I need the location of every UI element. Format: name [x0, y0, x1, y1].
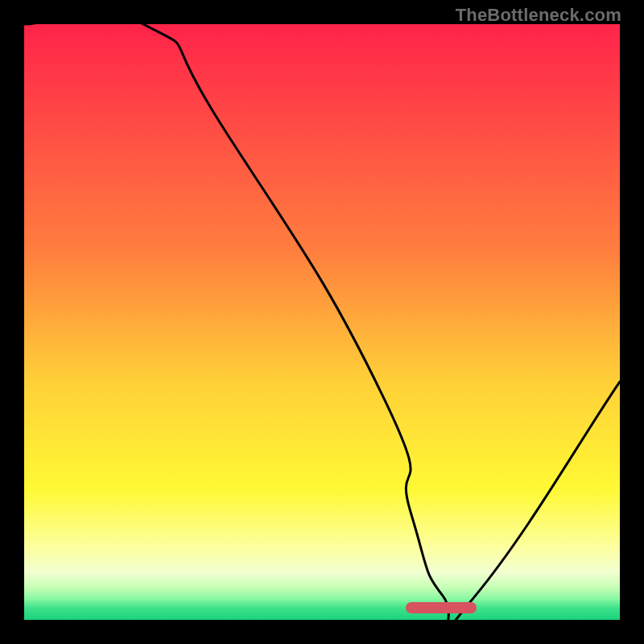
watermark-label: TheBottleneck.com	[456, 5, 621, 26]
chart-frame: TheBottleneck.com	[0, 0, 644, 644]
gradient-fill	[24, 24, 620, 620]
optimal-range-marker	[406, 602, 477, 613]
plot-area	[24, 24, 620, 620]
chart-svg	[24, 24, 620, 620]
